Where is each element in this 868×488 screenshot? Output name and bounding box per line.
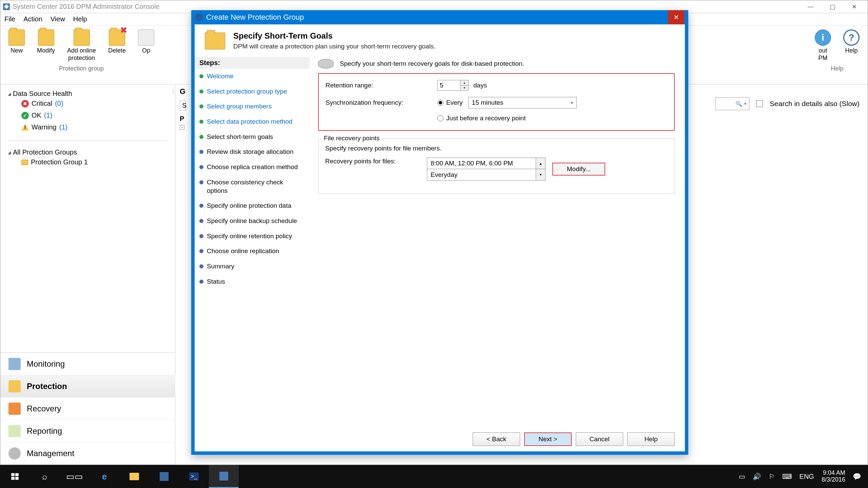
- ribbon-group-help: i out PM ? Help Help: [811, 27, 863, 84]
- protection-group-1-item[interactable]: Protection Group 1: [8, 156, 167, 168]
- management-icon: [8, 447, 21, 460]
- tray-keyboard-icon[interactable]: ⌨: [782, 472, 792, 481]
- step-online-retention: Specify online retention policy: [195, 229, 310, 244]
- dialog-icon: [195, 14, 203, 21]
- next-button[interactable]: Next >: [524, 432, 572, 446]
- steps-heading: Steps:: [195, 57, 310, 69]
- info-icon: i: [815, 29, 831, 46]
- ribbon-group-label: Protection group: [59, 65, 104, 72]
- dialog-titlebar: Create New Protection Group ✕: [191, 10, 688, 24]
- dpm-icon: [219, 472, 228, 481]
- close-button[interactable]: ✕: [843, 1, 865, 13]
- tray-notifications-icon[interactable]: 💬: [853, 472, 861, 481]
- rp-days-down-icon[interactable]: ▼: [536, 169, 545, 180]
- server-manager-button[interactable]: [149, 465, 179, 488]
- menu-help[interactable]: Help: [73, 15, 87, 23]
- dpm-taskbar-button[interactable]: [209, 465, 239, 488]
- menu-action[interactable]: Action: [23, 15, 42, 23]
- options-icon: [138, 29, 154, 46]
- tray-clock[interactable]: 9:04 AM 8/3/2016: [822, 470, 845, 483]
- nav-management[interactable]: Management: [0, 442, 175, 465]
- sync-interval-select[interactable]: 15 minutes: [468, 97, 577, 108]
- dialog-subheading: DPM will create a protection plan using …: [233, 43, 436, 50]
- nav-monitoring[interactable]: Monitoring: [0, 353, 175, 375]
- menu-view[interactable]: View: [51, 15, 65, 23]
- health-warning-item[interactable]: ! Warning (1): [8, 121, 167, 133]
- ribbon-about-button[interactable]: i out PM: [811, 27, 834, 64]
- instruction-row: Specify your short-term recovery goals f…: [318, 59, 675, 68]
- sync-before-rp-radio[interactable]: [437, 115, 443, 121]
- search-input[interactable]: 🔍 ▾: [715, 97, 749, 110]
- ie-taskbar-button[interactable]: e: [90, 465, 119, 488]
- search-dropdown-icon[interactable]: ▾: [744, 101, 746, 106]
- ribbon-options-button[interactable]: Op: [135, 27, 158, 64]
- file-rp-title: File recovery points: [322, 135, 382, 142]
- ribbon-group-protection: New Modify Add online protection ✖ Delet…: [5, 27, 158, 84]
- ribbon-modify-button[interactable]: Modify: [34, 27, 58, 64]
- all-protection-groups-header[interactable]: All Protection Groups: [8, 148, 167, 156]
- modify-folder-icon: [38, 29, 54, 46]
- ribbon-add-online-button[interactable]: Add online protection: [64, 27, 99, 64]
- rp-times-field[interactable]: 8:00 AM, 12:00 PM, 6:00 PM ▲: [427, 158, 546, 169]
- retention-label: Retention range:: [326, 82, 437, 89]
- spinner-down-icon[interactable]: ▼: [460, 86, 468, 91]
- nav-recovery[interactable]: Recovery: [0, 398, 175, 420]
- sync-before-rp-label: Just before a recovery point: [446, 115, 526, 122]
- tray-language[interactable]: ENG: [800, 473, 814, 481]
- tray-network-icon[interactable]: ▭: [739, 472, 745, 481]
- form-panel: Specify your short-term recovery goals f…: [310, 54, 685, 414]
- add-online-icon: [74, 29, 90, 46]
- ribbon-delete-button[interactable]: ✖ Delete: [105, 27, 129, 64]
- nav-reporting[interactable]: Reporting: [0, 420, 175, 442]
- ok-icon: ✓: [21, 112, 29, 119]
- rp-days-field[interactable]: Everyday ▼: [427, 169, 546, 181]
- left-nav: Data Source Health ✖ Critical (0) ✓ OK (…: [0, 85, 175, 465]
- step-select-members[interactable]: Select group members: [195, 99, 310, 114]
- search-taskbar-button[interactable]: ⌕: [30, 465, 60, 488]
- step-welcome[interactable]: Welcome: [195, 69, 310, 84]
- step-short-term-goals[interactable]: Select short-term goals: [195, 129, 310, 145]
- retention-spinner[interactable]: 5 ▲ ▼: [437, 80, 469, 91]
- collapse-chevron-icon[interactable]: 〈: [169, 88, 175, 96]
- retention-highlight-box: Retention range: 5 ▲ ▼ days Synchronizat…: [318, 73, 675, 131]
- explorer-taskbar-button[interactable]: [119, 465, 149, 488]
- nav-protection[interactable]: Protection: [0, 375, 175, 398]
- back-button[interactable]: < Back: [473, 432, 520, 446]
- step-online-replication: Choose online replication: [195, 244, 310, 259]
- health-ok-item[interactable]: ✓ OK (1): [8, 109, 167, 121]
- ribbon-new-button[interactable]: New: [5, 27, 28, 64]
- start-button[interactable]: [0, 465, 30, 488]
- ribbon-help-button[interactable]: ? Help: [840, 27, 863, 64]
- spinner-up-icon[interactable]: ▲: [460, 80, 468, 86]
- dialog-close-button[interactable]: ✕: [668, 10, 684, 24]
- search-details-checkbox[interactable]: [756, 100, 763, 107]
- retention-row: Retention range: 5 ▲ ▼ days: [326, 80, 667, 91]
- menu-file[interactable]: File: [4, 15, 15, 23]
- dialog-heading: Specify Short-Term Goals: [233, 31, 436, 41]
- cancel-button[interactable]: Cancel: [576, 432, 623, 446]
- search-details-label: Search in details also (Slow): [770, 100, 860, 108]
- task-view-button[interactable]: ▭▭: [60, 465, 90, 488]
- maximize-button[interactable]: ▢: [822, 1, 843, 13]
- tray-flag-icon[interactable]: ⚐: [769, 472, 775, 481]
- dialog-footer: < Back Next > Cancel Help: [473, 432, 675, 446]
- health-critical-item[interactable]: ✖ Critical (0): [8, 98, 167, 109]
- minimize-button[interactable]: —: [800, 1, 822, 13]
- help-button[interactable]: Help: [627, 432, 675, 446]
- step-consistency: Choose consistency check options: [195, 175, 310, 198]
- sync-every-radio[interactable]: [437, 100, 443, 106]
- rp-files-row: Recovery points for files: 8:00 AM, 12:0…: [325, 158, 668, 181]
- warning-icon: !: [21, 124, 29, 131]
- pg-icon: [21, 160, 28, 165]
- rp-times-up-icon[interactable]: ▲: [536, 158, 545, 169]
- step-replica-method: Choose replica creation method: [195, 160, 310, 175]
- step-select-method[interactable]: Select data protection method: [195, 114, 310, 129]
- tray-volume-icon[interactable]: 🔊: [753, 472, 761, 481]
- powershell-button[interactable]: >_: [179, 465, 209, 488]
- step-select-type[interactable]: Select protection group type: [195, 84, 310, 99]
- data-source-health-header[interactable]: Data Source Health: [8, 90, 167, 98]
- modify-schedule-button[interactable]: Modify...: [552, 163, 605, 176]
- step-disk-allocation: Review disk storage allocation: [195, 144, 310, 160]
- disk-icon: [318, 59, 334, 68]
- retention-unit: days: [473, 82, 487, 89]
